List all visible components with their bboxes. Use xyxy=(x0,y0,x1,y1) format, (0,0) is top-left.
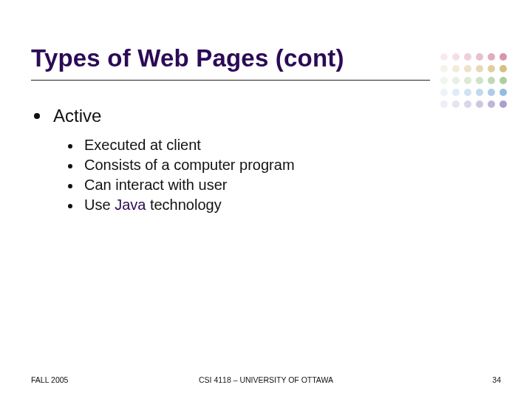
bullet-icon xyxy=(68,164,72,168)
slide: Types of Web Pages (cont) Active Execute… xyxy=(0,0,532,399)
bullet-icon xyxy=(68,144,72,149)
list-item-text: Consists of a computer program xyxy=(84,157,295,174)
list-item-level1: Active xyxy=(34,106,501,126)
list-item-text: Use Java technology xyxy=(84,197,222,214)
slide-footer: FALL 2005 CSI 4118 – UNIVERSITY OF OTTAW… xyxy=(0,375,532,384)
java-keyword: Java xyxy=(115,197,146,213)
list-item-level2: Consists of a computer program xyxy=(68,157,501,174)
bullet-icon xyxy=(68,204,72,208)
slide-title: Types of Web Pages (cont) xyxy=(31,44,501,72)
footer-left: FALL 2005 xyxy=(31,375,68,384)
list-item-level2: Can interact with user xyxy=(68,177,501,194)
slide-body: Active Executed at client Consists of a … xyxy=(31,106,501,214)
footer-center: CSI 4118 – UNIVERSITY OF OTTAWA xyxy=(0,375,532,384)
list-item-text: Executed at client xyxy=(84,137,201,154)
footer-right: 34 xyxy=(492,375,501,384)
title-underline xyxy=(31,80,430,81)
bullet-icon xyxy=(68,184,72,188)
list-item-level2: Executed at client xyxy=(68,137,501,154)
list-level2-group: Executed at client Consists of a compute… xyxy=(68,137,501,214)
list-item-text: Can interact with user xyxy=(84,177,227,194)
bullet-icon xyxy=(34,113,40,119)
text-segment: Use xyxy=(84,197,115,213)
title-block: Types of Web Pages (cont) xyxy=(31,44,501,81)
text-segment: technology xyxy=(146,197,221,213)
list-item-level2: Use Java technology xyxy=(68,197,501,214)
list-item-text: Active xyxy=(53,106,101,126)
